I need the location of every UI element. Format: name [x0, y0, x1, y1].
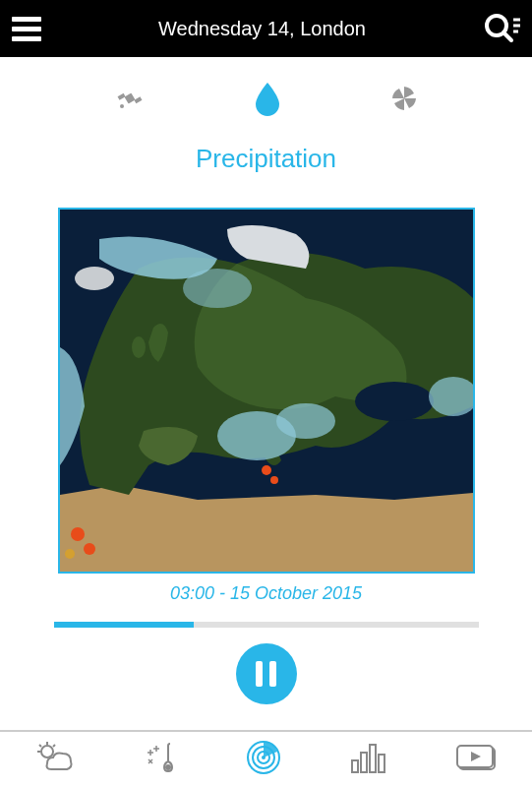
svg-rect-5 — [117, 93, 125, 100]
aperture-icon[interactable] — [389, 84, 419, 113]
svg-point-22 — [41, 746, 53, 757]
svg-point-18 — [270, 476, 278, 484]
timeline-progress-fill — [54, 622, 195, 628]
svg-point-17 — [262, 465, 271, 475]
precipitation-map[interactable] — [58, 208, 475, 574]
svg-point-16 — [183, 269, 252, 308]
nav-radar-icon[interactable] — [245, 739, 282, 780]
svg-point-8 — [120, 104, 124, 108]
menu-icon[interactable] — [12, 17, 41, 41]
svg-line-1 — [503, 32, 511, 40]
satellite-icon[interactable] — [114, 83, 146, 114]
bottom-nav — [0, 730, 532, 787]
svg-point-14 — [276, 403, 335, 439]
svg-point-19 — [71, 527, 85, 541]
nav-chart-icon[interactable] — [350, 741, 387, 778]
view-type-tabs — [114, 81, 419, 116]
svg-rect-7 — [124, 93, 135, 104]
svg-line-26 — [53, 745, 55, 747]
nav-video-icon[interactable] — [455, 742, 499, 777]
svg-point-37 — [262, 756, 266, 759]
svg-point-12 — [355, 382, 434, 421]
nav-weather-icon[interactable] — [33, 740, 75, 779]
svg-point-10 — [75, 267, 114, 290]
svg-point-21 — [65, 549, 75, 559]
section-title: Precipitation — [196, 144, 336, 174]
svg-point-27 — [165, 764, 171, 770]
main-content: Precipitation — [0, 57, 532, 704]
svg-rect-39 — [361, 753, 367, 772]
svg-rect-41 — [379, 755, 384, 772]
svg-rect-6 — [134, 96, 142, 103]
pause-icon — [256, 661, 276, 687]
timestamp-label: 03:00 - 15 October 2015 — [170, 583, 362, 604]
search-icon[interactable] — [483, 12, 520, 45]
nav-temperature-icon[interactable] — [143, 740, 178, 779]
pause-button[interactable] — [236, 643, 297, 704]
timeline-slider[interactable] — [54, 622, 479, 628]
precipitation-icon[interactable] — [254, 81, 281, 116]
app-header: Wednesday 14, London — [0, 0, 532, 57]
svg-rect-40 — [370, 745, 376, 772]
svg-point-20 — [84, 543, 95, 555]
svg-line-25 — [39, 745, 41, 747]
svg-point-11 — [132, 336, 146, 358]
header-title: Wednesday 14, London — [158, 18, 366, 40]
svg-rect-38 — [352, 760, 358, 772]
